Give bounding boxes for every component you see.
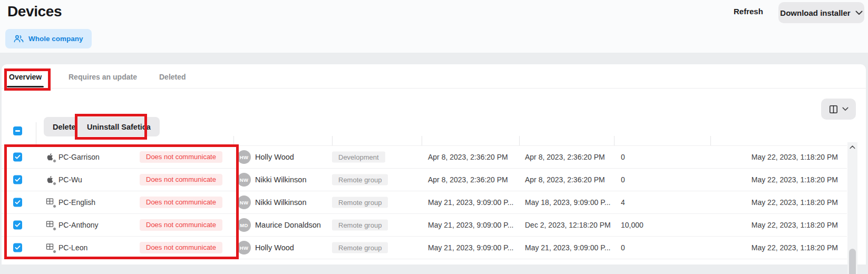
tabbar-divider [2, 88, 866, 89]
chevron-down-icon [855, 11, 863, 15]
date-column-2: Apr 8, 2023, 2:36:20 PM [525, 175, 605, 184]
column-divider [422, 136, 422, 145]
date-column-1: May 21, 2023, 9:09:00 P... [428, 221, 513, 229]
date-column-1: Apr 8, 2023, 2:36:20 PM [428, 153, 508, 161]
count-value: 0 [621, 153, 625, 161]
device-name: PC-Anthony [58, 221, 98, 229]
date-column-1: May 21, 2023, 9:09:00 P... [428, 198, 513, 207]
active-tab-underline [7, 86, 44, 87]
avatar: HW [237, 241, 251, 255]
device-os-icon [45, 152, 56, 162]
download-installer-button[interactable]: Download installer [778, 2, 864, 23]
avatar: MD [237, 218, 251, 232]
indeterminate-mark [15, 130, 20, 131]
status-badge: Does not communicate [140, 174, 222, 185]
date-column-1: Apr 8, 2023, 2:36:20 PM [428, 175, 508, 184]
user-name: Holly Wood [255, 243, 294, 252]
select-all-checkbox[interactable] [13, 126, 22, 135]
people-icon [14, 35, 24, 43]
date-column-3: May 22, 2023, 1:18:20 PM [752, 153, 838, 161]
device-os-icon [45, 197, 56, 208]
table-row[interactable]: PC-Garrison Does not communicate HW Holl… [2, 146, 847, 169]
avatar: HW [237, 150, 251, 164]
page-title: Devices [7, 3, 62, 20]
row-checkbox[interactable] [13, 198, 22, 207]
date-column-1: May 21, 2023, 9:09:00 P... [428, 243, 513, 252]
group-badge: Remote group [332, 220, 388, 231]
status-badge: Does not communicate [140, 151, 222, 163]
user-name: Holly Wood [255, 153, 294, 161]
count-value: 10,000 [621, 221, 643, 229]
date-column-3: May 22, 2023, 1:18:20 PM [752, 221, 838, 229]
date-column-3: May 22, 2023, 1:18:20 PM [752, 175, 838, 184]
vertical-scrollbar-thumb[interactable] [849, 249, 856, 274]
table-row[interactable]: PC-Wu Does not communicate NW Nikki Wilk… [2, 169, 847, 191]
device-os-icon [45, 174, 56, 185]
tab-requires-an-update[interactable]: Requires an update [69, 73, 137, 81]
device-name: PC-English [58, 198, 95, 207]
status-dot [53, 250, 56, 253]
column-divider [710, 136, 711, 145]
column-divider [614, 136, 615, 145]
status-dot [53, 182, 56, 185]
toolbar-divider [36, 122, 36, 145]
date-column-2: May 21, 2023, 9:09:00 P... [525, 243, 610, 252]
table-row[interactable]: PC-Anthony Does not communicate MD Mauri… [2, 214, 847, 237]
date-column-3: May 22, 2023, 1:18:20 PM [752, 243, 838, 252]
count-value: 0 [621, 175, 625, 184]
tab-overview[interactable]: Overview [9, 73, 42, 81]
group-badge: Remote group [332, 197, 388, 208]
uninstall-safetica-button[interactable]: Uninstall Safetica [78, 117, 160, 136]
column-divider [233, 136, 234, 145]
date-column-2: Apr 8, 2023, 2:36:20 PM [525, 153, 605, 161]
count-value: 4 [621, 198, 625, 207]
user-name: Nikki Wilkinson [255, 198, 307, 207]
page-header: Devices Refresh Download installer Whole… [0, 0, 868, 53]
table-row[interactable]: PC-English Does not communicate NW Nikki… [2, 191, 847, 214]
tab-deleted[interactable]: Deleted [159, 73, 186, 81]
avatar-initials: NW [240, 177, 248, 183]
columns-icon [828, 104, 838, 114]
download-installer-label: Download installer [780, 8, 850, 17]
date-column-3: May 22, 2023, 1:18:20 PM [752, 198, 838, 207]
status-dot [53, 204, 56, 208]
device-name: PC-Leon [58, 243, 87, 252]
user-name: Maurice Donaldson [255, 221, 321, 229]
device-name: PC-Wu [58, 175, 82, 184]
avatar-initials: NW [240, 200, 248, 206]
column-divider [332, 136, 333, 145]
device-name: PC-Garrison [58, 153, 100, 161]
avatar: NW [237, 195, 251, 209]
row-checkbox[interactable] [13, 175, 22, 184]
status-badge: Does not communicate [140, 197, 222, 208]
scope-chip-whole-company[interactable]: Whole company [5, 29, 92, 48]
avatar-initials: HW [240, 245, 248, 251]
row-checkbox[interactable] [13, 153, 22, 162]
column-divider [519, 136, 520, 145]
user-name: Nikki Wilkinson [255, 175, 307, 184]
date-column-2: May 18, 2023, 9:09:00 P... [525, 198, 610, 207]
status-dot [53, 159, 56, 163]
refresh-button[interactable]: Refresh [734, 7, 763, 16]
group-badge: Remote group [332, 174, 388, 185]
table-rows: PC-Garrison Does not communicate HW Holl… [2, 145, 847, 259]
table-row[interactable]: PC-Leon Does not communicate HW Holly Wo… [2, 237, 847, 259]
status-badge: Does not communicate [140, 242, 222, 253]
row-checkbox[interactable] [13, 243, 22, 252]
avatar-initials: HW [240, 154, 248, 160]
columns-settings-button[interactable] [821, 99, 856, 120]
avatar: NW [237, 173, 251, 187]
status-badge: Does not communicate [140, 219, 222, 231]
row-checkbox[interactable] [13, 221, 22, 230]
scope-chip-label: Whole company [28, 35, 83, 43]
devices-page: Devices Refresh Download installer Whole… [0, 0, 868, 274]
scroll-up-icon[interactable] [847, 145, 857, 149]
chevron-down-icon [842, 107, 849, 111]
group-badge: Development [332, 152, 385, 163]
status-dot [53, 227, 56, 231]
avatar-initials: MD [240, 222, 248, 228]
device-os-icon [45, 220, 56, 230]
device-os-icon [45, 242, 56, 253]
count-value: 0 [621, 243, 625, 252]
group-badge: Remote group [332, 242, 388, 253]
